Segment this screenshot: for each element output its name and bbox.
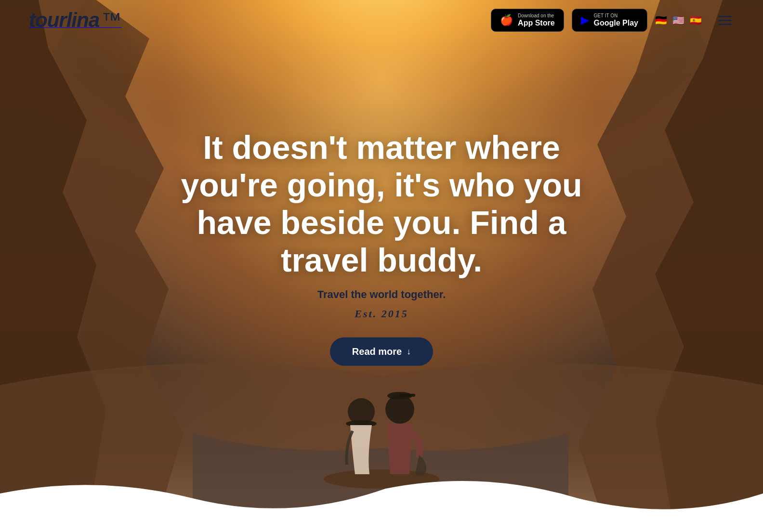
hamburger-line-3 bbox=[718, 24, 732, 25]
language-selector: 🇩🇪 🇺🇸 🇪🇸 bbox=[655, 15, 704, 25]
site-header: tourlina ™ 🍎 Download on the App Store ▶… bbox=[0, 0, 763, 40]
read-more-button[interactable]: Read more ↓ bbox=[330, 337, 433, 366]
arrow-down-icon: ↓ bbox=[407, 347, 411, 357]
hero-section: It doesn't matter where you're going, it… bbox=[0, 0, 763, 532]
app-store-big-text: App Store bbox=[518, 18, 554, 27]
google-play-big-text: Google Play bbox=[594, 18, 638, 27]
hero-content: It doesn't matter where you're going, it… bbox=[165, 128, 598, 366]
google-play-button[interactable]: ▶ GET IT ON Google Play bbox=[572, 9, 647, 32]
apple-icon: 🍎 bbox=[500, 14, 513, 26]
read-more-label: Read more bbox=[352, 346, 402, 357]
header-actions: 🍎 Download on the App Store ▶ GET IT ON … bbox=[491, 9, 734, 32]
google-play-icon: ▶ bbox=[581, 14, 589, 26]
svg-rect-6 bbox=[400, 394, 415, 397]
site-logo[interactable]: tourlina ™ bbox=[29, 9, 121, 32]
hamburger-line-1 bbox=[718, 16, 732, 17]
google-play-small-text: GET IT ON bbox=[594, 13, 638, 18]
hero-wave bbox=[0, 474, 763, 532]
hero-title: It doesn't matter where you're going, it… bbox=[165, 128, 598, 279]
app-store-button[interactable]: 🍎 Download on the App Store bbox=[491, 9, 564, 32]
flag-english[interactable]: 🇺🇸 bbox=[672, 15, 687, 25]
hamburger-line-2 bbox=[718, 20, 732, 21]
people-silhouette bbox=[309, 349, 454, 493]
flag-german[interactable]: 🇩🇪 bbox=[655, 15, 670, 25]
hero-subtitle: Travel the world together. bbox=[165, 288, 598, 301]
logo-text: tourlina bbox=[29, 9, 99, 31]
menu-toggle-button[interactable] bbox=[716, 13, 734, 27]
hero-established: Est. 2015 bbox=[165, 308, 598, 320]
flag-spanish[interactable]: 🇪🇸 bbox=[690, 15, 704, 25]
app-store-small-text: Download on the bbox=[518, 13, 554, 18]
